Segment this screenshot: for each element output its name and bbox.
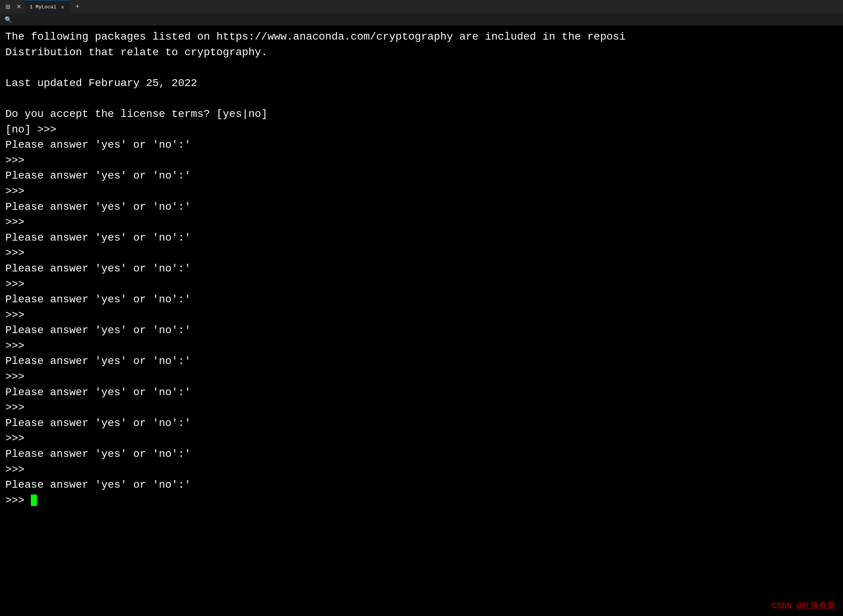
terminal-line-4 [5,91,838,107]
tab-close-icon[interactable]: ✕ [61,4,64,10]
final-prompt: >>> [5,493,31,509]
terminal-line-18: >>> [5,308,838,323]
title-bar: ⊞ ✕ 1 MyLocal ✕ + [0,0,843,13]
terminal-line-2 [5,60,838,76]
terminal-line-1: Distribution that relate to cryptography… [5,45,838,61]
terminal-output: The following packages listed on https:/… [5,29,838,508]
terminal-line-14: >>> [5,246,838,261]
terminal-line-25: Please answer 'yes' or 'no':' [5,416,838,431]
tab-group: ⊞ ✕ 1 MyLocal ✕ + [3,0,83,13]
app-icon-button[interactable]: ⊞ [3,2,13,12]
terminal-line-10: >>> [5,184,838,199]
toolbar: 🔍 [0,13,843,26]
terminal-line-8: >>> [5,153,838,169]
terminal-line-13: Please answer 'yes' or 'no':' [5,230,838,246]
terminal-line-23: Please answer 'yes' or 'no':' [5,385,838,401]
close-icon-button[interactable]: ✕ [14,2,24,12]
search-button[interactable]: 🔍 [3,14,14,25]
terminal-container[interactable]: The following packages listed on https:/… [0,26,843,616]
terminal-line-15: Please answer 'yes' or 'no':' [5,261,838,277]
terminal-line-22: >>> [5,369,838,385]
terminal-line-20: >>> [5,338,838,354]
terminal-line-28: >>> [5,462,838,478]
new-tab-button[interactable]: + [72,3,83,11]
terminal-line-6: [no] >>> [5,122,838,138]
cursor-block [31,495,37,506]
terminal-active-line: >>> [5,493,838,509]
terminal-line-26: >>> [5,431,838,447]
tab-label: 1 MyLocal [30,4,56,10]
watermark: CSDN @红目香薰 [772,600,835,611]
terminal-line-24: >>> [5,400,838,416]
terminal-line-9: Please answer 'yes' or 'no':' [5,168,838,184]
terminal-line-19: Please answer 'yes' or 'no':' [5,323,838,338]
terminal-line-27: Please answer 'yes' or 'no':' [5,447,838,462]
terminal-line-5: Do you accept the license terms? [yes|no… [5,107,838,122]
terminal-line-3: Last updated February 25, 2022 [5,76,838,91]
terminal-line-0: The following packages listed on https:/… [5,29,838,45]
terminal-line-12: >>> [5,215,838,230]
terminal-line-7: Please answer 'yes' or 'no':' [5,137,838,153]
terminal-line-17: Please answer 'yes' or 'no':' [5,292,838,308]
terminal-line-16: >>> [5,277,838,292]
terminal-line-29: Please answer 'yes' or 'no':' [5,477,838,493]
terminal-line-21: Please answer 'yes' or 'no':' [5,354,838,369]
tab-mylocal[interactable]: 1 MyLocal ✕ [25,0,71,13]
terminal-line-11: Please answer 'yes' or 'no':' [5,199,838,215]
